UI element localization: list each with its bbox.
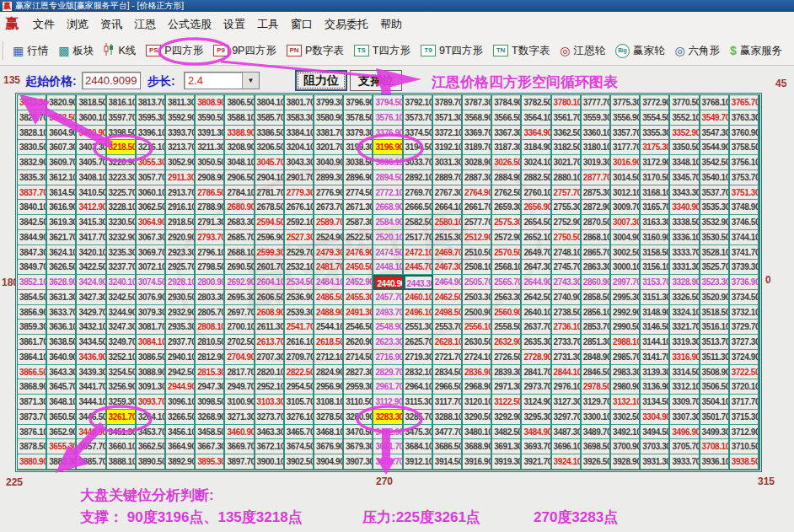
grid-cell: 2510.50 xyxy=(463,245,492,261)
grid-cell: 3434.50 xyxy=(77,335,106,350)
grid-cell: 3568.90 xyxy=(463,110,492,126)
toolbar-p-table[interactable]: PN P数字表 xyxy=(282,41,349,61)
grid-cell: 2570.50 xyxy=(492,245,522,261)
grid-cell: 3165.70 xyxy=(641,200,670,215)
angle-label-315: 315 xyxy=(758,476,775,487)
menu-gann[interactable]: 江恩 xyxy=(128,14,162,35)
grid-cell: 2724.10 xyxy=(463,350,492,365)
grid-cell: 3439.30 xyxy=(77,365,106,380)
grid-cell: 2661.70 xyxy=(463,200,492,215)
grid-cell: 3909.70 xyxy=(373,454,403,470)
grid-cell: 2671.30 xyxy=(344,200,373,215)
grid-cell: 2594.50 xyxy=(255,215,285,230)
grid-cell: 3782.50 xyxy=(522,95,551,110)
grid-cell: 3232.90 xyxy=(107,230,137,245)
menu-trade[interactable]: 交易委托 xyxy=(319,14,374,35)
menu-formula-picker[interactable]: 公式选股 xyxy=(162,14,217,35)
toolbar-gann-wheel[interactable]: ◎ 江恩轮 xyxy=(555,41,610,61)
grid-cell: 2580.10 xyxy=(433,215,463,230)
toolbar-service[interactable]: $ 赢家服务 xyxy=(725,41,787,61)
grid-cell: 3240.10 xyxy=(107,275,137,290)
grid-cell: 3748.90 xyxy=(730,200,759,215)
grid-cell: 2892.10 xyxy=(404,170,433,185)
grid-cell: 3108.10 xyxy=(314,395,344,410)
toolbar-t-table[interactable]: TN T数字表 xyxy=(488,41,555,61)
grid-cell: 3024.10 xyxy=(522,155,551,170)
menu-info[interactable]: 资讯 xyxy=(94,14,128,35)
grid-cell: 3009.70 xyxy=(611,200,641,215)
grid-cell: 3904.90 xyxy=(314,454,344,470)
toolbar-separator xyxy=(3,41,4,60)
grid-cell: 3028.90 xyxy=(463,155,492,170)
grid-cell: 2949.70 xyxy=(225,379,255,395)
grid-cell: 3631.30 xyxy=(47,290,77,305)
grid-cell: 3540.10 xyxy=(700,170,730,185)
grid-cell: 3163.30 xyxy=(641,215,670,230)
grid-cell: 3626.50 xyxy=(47,260,77,275)
resistance-button[interactable]: 阻力位 xyxy=(295,70,347,91)
grid-cell: 3254.50 xyxy=(107,365,137,380)
grid-cell: 3266.50 xyxy=(166,410,196,425)
start-price-input[interactable] xyxy=(82,72,141,89)
grid-cell: 3127.30 xyxy=(552,395,582,410)
grid-cell: 3552.10 xyxy=(670,110,700,126)
grid-cell: 3441.70 xyxy=(77,379,106,395)
menu-browse[interactable]: 浏览 xyxy=(61,14,94,35)
grid-cell: 2755.30 xyxy=(552,200,582,215)
grid-cell: 3276.10 xyxy=(285,410,314,425)
grid-cell: 2565.70 xyxy=(492,275,522,290)
menu-help[interactable]: 帮助 xyxy=(374,14,408,35)
grid-cell: 3859.30 xyxy=(18,320,47,335)
grid-cell: 3897.70 xyxy=(225,454,255,470)
grid-cell: 2695.30 xyxy=(225,290,255,305)
grid-cell: 2793.70 xyxy=(196,230,225,245)
toolbar-9p-square[interactable]: P9 9P四方形 xyxy=(208,41,282,61)
toolbar-kline[interactable]: K线 xyxy=(99,40,141,61)
grid-cell: 2738.50 xyxy=(552,305,582,320)
grid-cell: 3849.70 xyxy=(18,260,47,275)
menu-file[interactable]: 文件 xyxy=(27,14,61,35)
toolbar-t-square[interactable]: TS T四方形 xyxy=(349,41,416,61)
grid-cell: 3235.30 xyxy=(107,245,137,261)
menu-settings[interactable]: 设置 xyxy=(217,14,251,35)
grid-cell: 2476.90 xyxy=(344,245,373,261)
grid-cell: 3223.30 xyxy=(107,170,137,185)
toolbar-p-square[interactable]: PS P四方形 xyxy=(141,41,208,61)
grid-cell: 3559.30 xyxy=(582,110,611,126)
grid-cell: 3612.10 xyxy=(47,170,77,185)
toolbar-9t-square[interactable]: T9 9T四方形 xyxy=(416,41,488,61)
grid-cell: 2930.50 xyxy=(166,290,196,305)
t-table-icon: TN xyxy=(493,45,508,56)
grid-cell: 3840.10 xyxy=(18,200,47,215)
menu-tools[interactable]: 工具 xyxy=(251,14,285,35)
grid-cell: 3050.50 xyxy=(196,155,225,170)
toolbar-quotes[interactable]: ▦ 行情 xyxy=(8,41,53,61)
grid-cell: 2623.30 xyxy=(373,335,403,350)
toolbar-winner-wheel[interactable]: Big 赢家轮 xyxy=(610,41,670,61)
grid-cell: 3110.50 xyxy=(344,395,373,410)
grid-cell: 2767.30 xyxy=(433,185,463,201)
grid-cell: 3933.70 xyxy=(670,454,700,470)
grid-cell: 3290.50 xyxy=(463,410,492,425)
grid-cell: 3916.90 xyxy=(463,454,492,470)
toolbar-sectors[interactable]: ▩ 板块 xyxy=(53,41,99,61)
grid-cell: 3864.10 xyxy=(18,350,47,365)
grid-cell: 2997.70 xyxy=(611,275,641,290)
grid-cell: 3295.30 xyxy=(522,410,551,425)
grid-cell: 3772.90 xyxy=(641,95,670,110)
toolbar-hexagon[interactable]: ◎ 六角形 xyxy=(669,41,725,61)
grid-cell: 2455.30 xyxy=(344,290,373,305)
grid-cell: 3866.50 xyxy=(18,365,47,380)
grid-cell: 3052.90 xyxy=(166,155,196,170)
menu-window[interactable]: 窗口 xyxy=(285,14,319,35)
grid-cell: 3516.10 xyxy=(700,320,730,335)
grid-cell: 3280.90 xyxy=(344,410,373,425)
chevron-down-icon[interactable]: ▼ xyxy=(242,73,259,89)
grid-cell: 3468.10 xyxy=(314,425,344,440)
p-table-icon: PN xyxy=(287,45,302,56)
grid-cell: 3580.90 xyxy=(314,110,344,126)
step-combobox[interactable]: 2.4 ▼ xyxy=(184,72,260,89)
grid-cell: 2575.30 xyxy=(492,215,522,230)
grid-cell: 2959.30 xyxy=(344,379,373,395)
grid-cell: 3086.50 xyxy=(137,350,166,365)
